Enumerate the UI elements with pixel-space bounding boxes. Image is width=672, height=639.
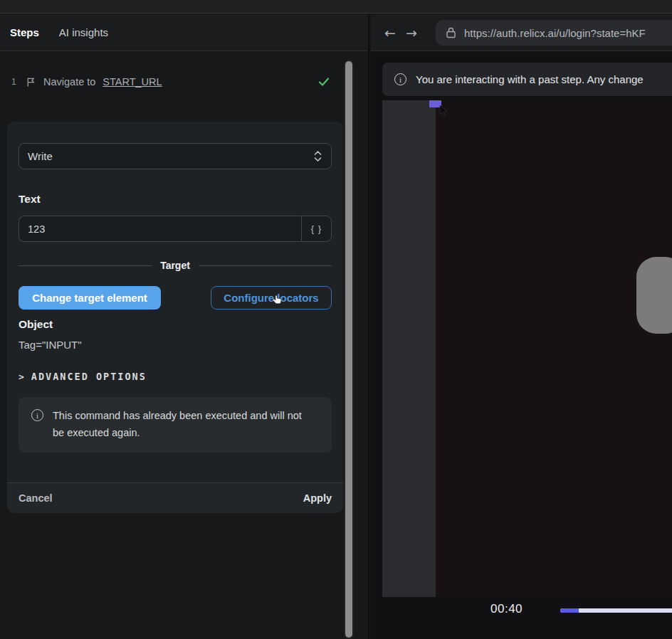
browser-content: i You are interacting with a past step. … bbox=[371, 52, 672, 639]
app-window: Steps AI insights 1 Navigate to START_UR… bbox=[0, 0, 672, 639]
tab-ai-insights[interactable]: AI insights bbox=[59, 26, 108, 38]
command-select[interactable]: Write bbox=[19, 143, 332, 169]
forward-arrow-icon[interactable]: → bbox=[406, 25, 427, 41]
text-input-group: { } bbox=[19, 216, 332, 242]
target-section-divider: Target bbox=[19, 260, 332, 271]
recorded-cursor-icon bbox=[438, 105, 449, 117]
past-step-banner: i You are interacting with a past step. … bbox=[382, 63, 672, 96]
step-description: Navigate to bbox=[43, 76, 95, 88]
panel-tab-bar: Steps AI insights bbox=[0, 14, 368, 51]
change-target-element-button[interactable]: Change target element bbox=[19, 286, 161, 310]
advanced-options-label: ADVANCED OPTIONS bbox=[31, 371, 147, 382]
info-icon: i bbox=[394, 73, 406, 85]
steps-panel-scrollbar-thumb[interactable] bbox=[345, 61, 352, 638]
target-section-label: Target bbox=[160, 260, 190, 271]
step-success-check-icon bbox=[317, 75, 330, 88]
lock-icon bbox=[446, 27, 456, 38]
divider-line bbox=[199, 265, 332, 266]
hand-cursor-icon bbox=[271, 294, 283, 307]
playback-time: 00:40 bbox=[490, 602, 523, 616]
floating-handle[interactable] bbox=[636, 257, 672, 334]
apply-button[interactable]: Apply bbox=[303, 492, 332, 504]
chevron-right-icon: > bbox=[19, 371, 24, 382]
screenshot-sidebar-region bbox=[382, 100, 436, 597]
command-select-value: Write bbox=[28, 150, 53, 162]
insert-variable-button[interactable]: { } bbox=[301, 216, 332, 242]
step-start-url-link[interactable]: START_URL bbox=[103, 76, 162, 88]
divider-line bbox=[19, 265, 152, 266]
flag-icon bbox=[26, 77, 36, 88]
tab-steps[interactable]: Steps bbox=[10, 26, 39, 38]
select-updown-icon bbox=[313, 150, 322, 162]
url-text: https://auth.relicx.ai/u/login?state=hKF bbox=[464, 27, 646, 39]
object-value: Tag="INPUT" bbox=[19, 339, 332, 351]
advanced-options-toggle[interactable]: > ADVANCED OPTIONS bbox=[19, 371, 332, 382]
card-footer: Cancel Apply bbox=[7, 482, 343, 513]
text-field-label: Text bbox=[19, 193, 332, 206]
info-icon: i bbox=[31, 409, 43, 421]
session-screenshot bbox=[382, 100, 672, 597]
playback-progress-bar[interactable] bbox=[560, 608, 672, 613]
info-message: This command has already been executed a… bbox=[53, 408, 309, 442]
object-label: Object bbox=[19, 318, 332, 331]
past-step-banner-text: You are interacting with a past step. An… bbox=[416, 73, 644, 85]
back-arrow-icon[interactable]: ← bbox=[384, 25, 406, 41]
browser-toolbar: ← → https://auth.relicx.ai/u/login?state… bbox=[371, 14, 672, 51]
steps-panel-scrollbar-track[interactable] bbox=[344, 60, 354, 639]
window-top-strip bbox=[0, 0, 672, 14]
step-editor-card: Write Text { } Target Change target bbox=[7, 122, 343, 513]
screenshot-main-region bbox=[436, 100, 672, 597]
configure-locators-button[interactable]: Configure locators bbox=[211, 286, 332, 310]
steps-panel: Steps AI insights 1 Navigate to START_UR… bbox=[0, 14, 369, 639]
browser-preview-panel: ← → https://auth.relicx.ai/u/login?state… bbox=[371, 14, 672, 639]
target-buttons-row: Change target element Configure locators bbox=[19, 286, 332, 310]
playback-progress-fill bbox=[560, 608, 579, 613]
already-executed-info-box: i This command has already been executed… bbox=[19, 397, 332, 453]
cancel-button[interactable]: Cancel bbox=[19, 492, 53, 504]
step-number: 1 bbox=[11, 77, 19, 87]
step-row[interactable]: 1 Navigate to START_URL bbox=[0, 68, 342, 96]
url-bar[interactable]: https://auth.relicx.ai/u/login?state=hKF bbox=[436, 20, 672, 46]
text-input[interactable] bbox=[19, 216, 301, 242]
